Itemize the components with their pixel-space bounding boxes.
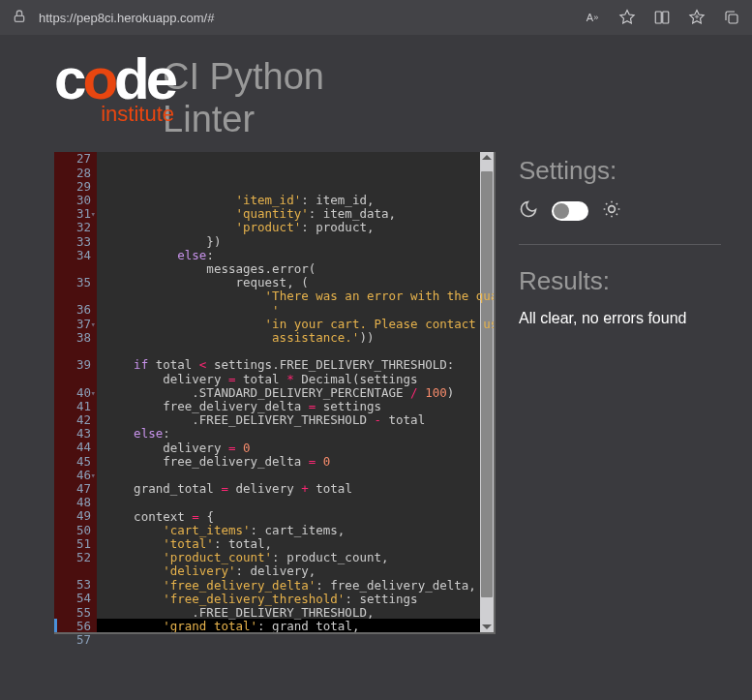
logo-text: c (54, 46, 82, 111)
code-area[interactable]: 'item_id': item_id, 'quantity': item_dat… (97, 152, 494, 632)
collections-icon[interactable] (688, 9, 706, 26)
url-field[interactable]: https://pep8ci.herokuapp.com/# (39, 7, 572, 29)
active-line-indicator (54, 619, 57, 632)
svg-rect-0 (15, 15, 23, 21)
line-number-gutter: 2728293031323334353637383940414243444546… (54, 152, 97, 632)
results-heading: Results: (519, 266, 721, 296)
page-header: code institute CI Python Linter (54, 54, 721, 140)
theme-toggle[interactable] (552, 201, 588, 221)
favorite-icon[interactable] (618, 9, 636, 26)
theme-toggle-row (519, 199, 721, 245)
svg-rect-1 (655, 12, 661, 23)
split-icon[interactable] (653, 9, 671, 26)
results-message: All clear, no errors found (519, 310, 721, 327)
logo: code institute (54, 54, 174, 127)
svg-rect-2 (663, 12, 669, 23)
copy-icon[interactable] (723, 9, 740, 26)
reader-icon[interactable]: A» (584, 9, 601, 26)
svg-rect-3 (729, 15, 737, 23)
sun-icon (602, 199, 621, 223)
app-title: CI Python Linter (163, 56, 324, 140)
scroll-up-icon[interactable] (482, 155, 492, 160)
svg-point-4 (609, 206, 616, 213)
browser-address-bar: https://pep8ci.herokuapp.com/# A» (0, 0, 752, 35)
lock-icon (12, 9, 27, 27)
settings-heading: Settings: (519, 156, 721, 186)
code-editor[interactable]: 2728293031323334353637383940414243444546… (54, 152, 496, 634)
moon-icon (519, 199, 538, 223)
